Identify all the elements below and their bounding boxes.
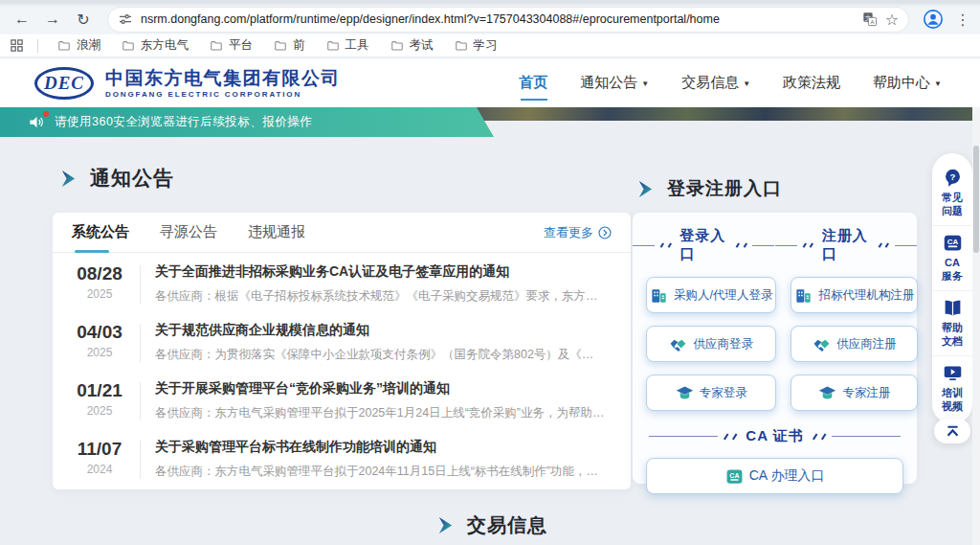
supplier-register-button[interactable]: 供应商注册 [791,326,918,362]
folder-icon [57,39,71,53]
notice-list-item[interactable]: 04/03 2025 关于规范供应商企业规模信息的通知 各供应商：为贯彻落实《保… [53,311,631,370]
video-monitor-icon [943,363,963,383]
scroll-to-top-button[interactable] [934,419,970,443]
folder-icon [210,39,223,53]
notice-date: 11/07 2024 [72,439,127,476]
address-bar[interactable]: nsrm.dongfang.com/platform/runtime/epp/d… [107,7,909,33]
graduation-cap-icon [676,384,694,402]
expert-login-button[interactable]: 专家登录 [646,375,776,411]
tab-system-notices[interactable]: 系统公告 [72,213,129,253]
view-more-link[interactable]: 查看更多 [544,224,612,241]
bookmark-folder[interactable]: 平台 [204,37,258,54]
company-logo[interactable]: DEC 中国东方电气集团有限公司 DONGFANG ELECTRIC CORPO… [34,67,341,100]
notification-dot [43,111,49,117]
scroll-top-icon [945,423,961,440]
training-videos-item[interactable]: 培训视频 [932,355,972,420]
ca-apply-button[interactable]: CA CA 办理入口 [646,458,903,494]
bookmark-label: 东方电气 [141,37,189,54]
login-register-panel: 登录入口 注册入口 采购人/代理人登录 招标代理机构注册 供应商登录 [633,213,917,484]
bookmark-folder[interactable]: 前 [268,37,311,54]
site-header: DEC 中国东方电气集团有限公司 DONGFANG ELECTRIC CORPO… [0,58,980,107]
button-label: 专家登录 [700,385,747,401]
building-icon [794,286,813,305]
browser-window: ← → ↻ nsrm.dongfang.com/platform/runtime… [0,0,980,545]
section-arrow-icon [636,180,655,198]
expert-register-button[interactable]: 专家注册 [791,375,918,411]
svg-text:?: ? [949,171,955,182]
scrollbar-thumb[interactable] [973,146,979,253]
handshake-icon [813,335,831,353]
chevron-down-icon: ▼ [641,79,649,88]
notice-item-desc: 各供应商：根据《电子招标投标系统技术规范》《电子采购交易规范》要求，东方电气采购… [155,288,605,305]
notice-list-item[interactable]: 11/07 2024 关于采购管理平台标书在线制作功能培训的通知 各供应商：东方… [53,428,631,487]
divider [140,324,141,362]
bidding-agency-register-button[interactable]: 招标代理机构注册 [791,277,918,313]
notice-item-desc: 各供应商：东方电气采购管理平台拟于2025年1月24日上线“竞价采购”业务，为帮… [155,405,605,421]
graduation-cap-icon [818,384,836,402]
nav-help-center[interactable]: 帮助中心▼ [873,74,942,92]
notice-item-title[interactable]: 关于采购管理平台标书在线制作功能培训的通知 [155,439,605,456]
help-docs-item[interactable]: 帮助文档 [932,290,972,355]
profile-avatar[interactable] [923,9,944,30]
notice-item-title[interactable]: 关于规范供应商企业规模信息的通知 [155,322,605,339]
handshake-icon [669,335,687,353]
ca-card-icon: CA [943,233,963,253]
notice-item-desc: 各供应商：为贯彻落实《保障中小企业款项支付条例》（国务院令第802号）及《中小企… [155,347,605,363]
nav-home[interactable]: 首页 [519,74,547,92]
bookmark-folder[interactable]: 浪潮 [52,37,106,54]
nav-policies[interactable]: 政策法规 [783,74,840,92]
chrome-menu-icon[interactable]: ⋮ [955,11,969,29]
ca-cert-header: CA 证书 [633,427,917,445]
buyer-agent-login-button[interactable]: 采购人/代理人登录 [646,277,776,313]
button-label: 供应商注册 [836,336,897,352]
bookmark-folder[interactable]: 学习 [449,37,503,54]
translate-icon[interactable]: 文 A [862,11,878,27]
trade-section-title: 交易信息 [436,512,547,538]
divider [140,441,141,479]
bookmark-folder[interactable]: 考试 [385,37,439,54]
tab-violation-reports[interactable]: 违规通报 [248,213,305,253]
notice-tabs: 系统公告 寻源公告 违规通报 查看更多 [53,213,631,253]
notice-date: 08/28 2025 [72,263,127,301]
faq-item[interactable]: ? 常见问题 [932,161,972,225]
refresh-icon[interactable]: ↻ [71,7,96,32]
notice-item-title[interactable]: 关于开展采购管理平台“竞价采购业务”培训的通知 [155,380,605,397]
page-scrollbar[interactable] [972,107,980,545]
book-icon [943,298,963,318]
svg-text:CA: CA [947,238,958,246]
button-label: 供应商登录 [693,336,753,352]
bookmark-folder[interactable]: 东方电气 [116,37,194,54]
chevron-down-icon: ▼ [934,79,942,88]
back-icon[interactable]: ← [10,7,34,32]
nav-notices[interactable]: 通知公告▼ [580,74,649,92]
notice-item-title[interactable]: 关于全面推进非招标采购业务CA认证及电子签章应用的通知 [155,263,605,281]
bookmark-star-icon[interactable]: ☆ [885,11,899,29]
login-section-title: 登录注册入口 [636,176,782,201]
supplier-login-button[interactable]: 供应商登录 [646,326,776,362]
apps-grid-icon[interactable] [10,38,24,53]
bookmark-label: 学习 [474,37,498,54]
button-label: CA 办理入口 [749,467,825,485]
bookmark-folder[interactable]: 工具 [321,37,375,54]
notice-list-item[interactable]: 08/28 2025 关于全面推进非招标采购业务CA认证及电子签章应用的通知 各… [53,253,631,311]
notice-list-item[interactable]: 01/21 2025 关于开展采购管理平台“竞价采购业务”培训的通知 各供应商：… [53,370,631,428]
url-text[interactable]: nsrm.dongfang.com/platform/runtime/epp/d… [141,12,855,26]
forward-icon[interactable]: → [40,7,65,32]
button-label: 招标代理机构注册 [818,287,914,304]
question-icon: ? [943,168,963,188]
bookmark-label: 浪潮 [77,37,100,54]
svg-text:A: A [870,19,874,25]
company-name-en: DONGFANG ELECTRIC CORPORATION [105,90,341,99]
folder-icon [455,39,468,53]
company-name-cn: 中国东方电气集团有限公司 [105,68,341,88]
notice-card: 系统公告 寻源公告 违规通报 查看更多 08/28 2025 关于全面推进非招标… [53,213,631,489]
tab-sourcing-notices[interactable]: 寻源公告 [160,213,217,253]
folder-icon [122,39,135,53]
site-settings-icon[interactable] [118,11,133,27]
register-entry-header: 注册入口 [775,227,918,263]
notice-date: 04/03 2025 [72,322,127,359]
section-title-text: 通知公告 [90,165,174,192]
ca-service-item[interactable]: CA CA服务 [932,225,972,290]
bookmark-label: 工具 [345,37,369,54]
nav-trade-info[interactable]: 交易信息▼ [681,74,750,92]
